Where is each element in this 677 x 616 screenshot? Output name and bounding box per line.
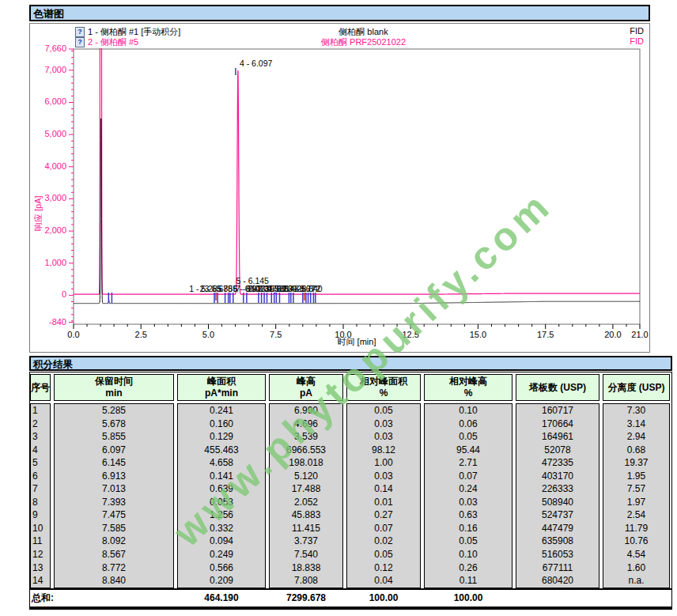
cell-r3-c4: 0.03 bbox=[347, 430, 420, 444]
cell-r9-c3: 45.883 bbox=[270, 508, 342, 522]
total-height: 7299.678 bbox=[269, 592, 343, 603]
legend-samplename-sample: 侧柏酮 PRF25021022 bbox=[78, 36, 649, 48]
cell-r12-c5: 0.10 bbox=[425, 548, 512, 561]
cell-r5-c0: 5 bbox=[31, 456, 50, 470]
cell-r1-c4: 0.05 bbox=[347, 404, 420, 418]
cell-r2-c1: 5.678 bbox=[55, 418, 173, 431]
y-tick-label: 0 bbox=[62, 289, 66, 299]
results-table: 序号保留时间min峰面积pA*min峰高pA相对峰面积%相对峰高%塔板数 (US… bbox=[29, 372, 672, 610]
data-column-0: 1234567891011121314 bbox=[30, 403, 51, 588]
cell-r2-c7: 3.14 bbox=[603, 418, 669, 431]
cell-r8-c1: 7.393 bbox=[55, 496, 173, 509]
cell-r12-c3: 7.540 bbox=[270, 548, 342, 561]
cell-r8-c4: 0.01 bbox=[347, 496, 420, 509]
chromatogram-panel: ? 1 - 侧柏酮 #1 [手动积分] 侧柏酮 blank FID ? 2 - … bbox=[29, 23, 650, 353]
cell-r11-c0: 11 bbox=[31, 535, 50, 548]
cell-r10-c1: 7.585 bbox=[55, 522, 173, 535]
y-tick-label: -840 bbox=[49, 317, 66, 327]
cell-r12-c6: 516053 bbox=[516, 548, 599, 561]
cell-r14-c1: 8.840 bbox=[55, 574, 173, 588]
cell-r12-c1: 8.567 bbox=[55, 548, 173, 561]
cell-r4-c4: 98.12 bbox=[347, 444, 420, 457]
cell-r1-c6: 160717 bbox=[516, 404, 599, 418]
detector-label-sample: FID bbox=[630, 36, 644, 46]
cell-r14-c3: 7.808 bbox=[270, 574, 342, 588]
y-tick-label: 4,000 bbox=[44, 161, 66, 171]
cell-r5-c4: 1.00 bbox=[347, 456, 420, 470]
cell-r6-c5: 0.07 bbox=[425, 470, 512, 483]
total-rel-area: 100.00 bbox=[346, 592, 421, 603]
plot-frame bbox=[74, 49, 640, 324]
cell-r8-c0: 8 bbox=[31, 496, 50, 509]
cell-r4-c3: 6966.553 bbox=[270, 444, 342, 457]
cell-r11-c6: 635908 bbox=[516, 535, 599, 548]
plot-svg: 7,6607,0006,0005,0004,0003,0002,0001,000… bbox=[74, 49, 640, 324]
cell-r13-c5: 0.26 bbox=[425, 561, 512, 575]
cell-r5-c1: 6.145 bbox=[55, 456, 173, 470]
cell-r1-c2: 0.241 bbox=[178, 404, 265, 418]
cell-r11-c3: 3.737 bbox=[270, 535, 342, 548]
cell-r11-c1: 8.092 bbox=[55, 535, 173, 548]
cell-r7-c3: 17.488 bbox=[270, 482, 342, 496]
cell-r7-c6: 226333 bbox=[516, 482, 599, 496]
cell-r3-c7: 2.94 bbox=[603, 430, 669, 444]
y-tick-label: 5,000 bbox=[44, 129, 66, 138]
cell-r13-c6: 677111 bbox=[516, 561, 599, 575]
results-table-body: 12345678910111213145.2855.6785.8556.0976… bbox=[30, 403, 671, 588]
cell-r10-c2: 0.332 bbox=[178, 522, 265, 535]
detector-label-blank: FID bbox=[630, 26, 644, 36]
cell-r5-c6: 472335 bbox=[516, 456, 599, 470]
cell-r1-c1: 5.285 bbox=[55, 404, 173, 418]
column-header-7: 分离度 (USP) bbox=[603, 374, 670, 401]
cell-r12-c0: 12 bbox=[31, 548, 50, 561]
cell-r2-c4: 0.03 bbox=[347, 418, 420, 431]
cell-r8-c5: 0.03 bbox=[425, 496, 512, 509]
total-rel-height: 100.00 bbox=[424, 592, 512, 603]
data-column-7: 7.303.142.940.6819.371.957.571.972.5411.… bbox=[603, 403, 670, 588]
peak-label-main: 4 - 6.097 bbox=[240, 59, 273, 68]
chromatogram-plot: 7,6607,0006,0005,0004,0003,0002,0001,000… bbox=[74, 49, 640, 324]
column-header-5: 相对峰高% bbox=[424, 374, 512, 401]
cell-r8-c7: 1.97 bbox=[603, 496, 669, 509]
cell-r3-c3: 3.539 bbox=[270, 430, 342, 444]
cell-r4-c5: 95.44 bbox=[425, 444, 512, 457]
cell-r1-c5: 0.10 bbox=[425, 404, 512, 418]
y-axis-title: 响应 [pA] bbox=[32, 195, 44, 231]
cell-r10-c4: 0.07 bbox=[347, 522, 420, 535]
cell-r8-c2: 0.053 bbox=[178, 496, 265, 509]
cell-r2-c2: 0.160 bbox=[178, 418, 265, 431]
column-header-0: 序号 bbox=[30, 374, 51, 401]
cell-r9-c4: 0.27 bbox=[347, 508, 420, 522]
cell-r3-c2: 0.129 bbox=[178, 430, 265, 444]
cell-r9-c5: 0.63 bbox=[425, 508, 512, 522]
cell-r3-c5: 0.05 bbox=[425, 430, 512, 444]
cell-r11-c4: 0.02 bbox=[347, 535, 420, 548]
cell-r10-c5: 0.16 bbox=[425, 522, 512, 535]
data-column-3: 6.9904.6963.5396966.553198.0185.12017.48… bbox=[269, 403, 343, 588]
cell-r3-c0: 3 bbox=[31, 430, 50, 444]
cell-r10-c7: 11.79 bbox=[603, 522, 669, 535]
y-tick-label: 3,000 bbox=[44, 193, 66, 202]
cell-r6-c6: 403170 bbox=[516, 470, 599, 483]
cell-r12-c4: 0.05 bbox=[347, 548, 420, 561]
cell-r2-c6: 170664 bbox=[516, 418, 599, 431]
cell-r10-c3: 11.415 bbox=[270, 522, 342, 535]
cell-r10-c6: 447479 bbox=[516, 522, 599, 535]
cell-r6-c0: 6 bbox=[31, 470, 50, 483]
chromatogram-section-title: 色谱图 bbox=[29, 5, 650, 21]
results-section-title: 积分结果 bbox=[29, 356, 672, 371]
cell-r9-c6: 524737 bbox=[516, 508, 599, 522]
cell-r11-c2: 0.094 bbox=[178, 535, 265, 548]
data-column-4: 0.050.030.0398.121.000.030.140.010.270.0… bbox=[346, 403, 421, 588]
cell-r2-c5: 0.06 bbox=[425, 418, 512, 431]
cell-r13-c3: 18.838 bbox=[270, 561, 342, 575]
cell-r4-c6: 52078 bbox=[516, 444, 599, 457]
cell-r5-c7: 19.37 bbox=[603, 456, 669, 470]
cell-r14-c2: 0.209 bbox=[178, 574, 265, 588]
cell-r8-c3: 2.052 bbox=[270, 496, 342, 509]
cell-r11-c7: 10.76 bbox=[603, 535, 669, 548]
cell-r5-c5: 2.71 bbox=[425, 456, 512, 470]
cell-r5-c3: 198.018 bbox=[270, 456, 342, 470]
cell-r9-c0: 9 bbox=[31, 508, 50, 522]
cell-r1-c7: 7.30 bbox=[603, 404, 669, 418]
